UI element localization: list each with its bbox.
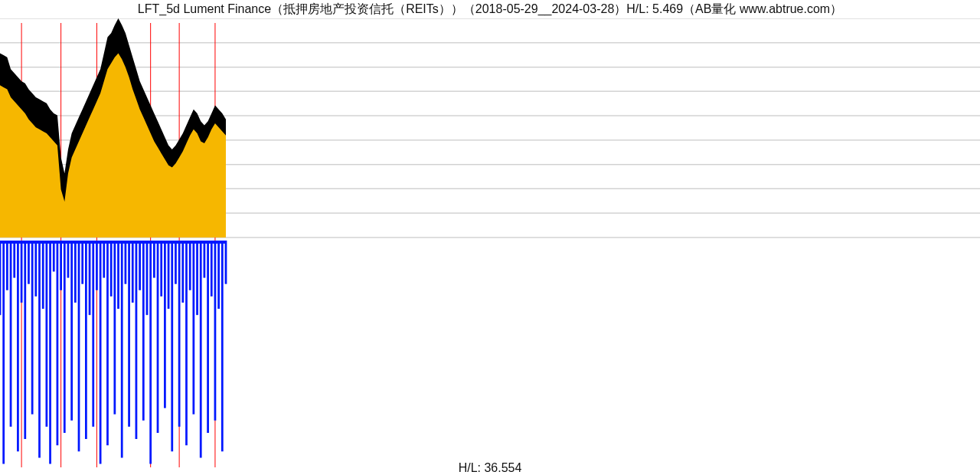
- lower-hl-label: H/L: 36.554: [0, 461, 980, 475]
- svg-rect-80: [0, 241, 226, 244]
- chart-area: [0, 18, 980, 475]
- chart-title: LFT_5d Lument Finance（抵押房地产投资信托（REITs））（…: [0, 2, 980, 18]
